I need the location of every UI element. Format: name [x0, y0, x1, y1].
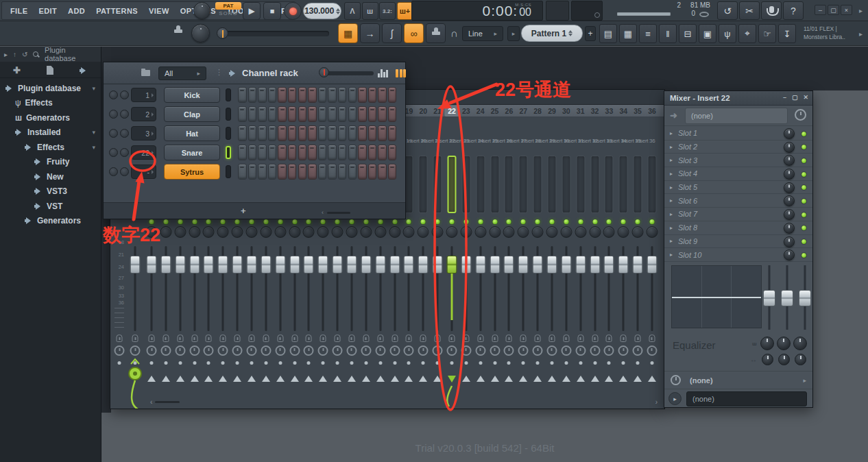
step-button[interactable] [388, 87, 397, 103]
mixer-route-arrow-icon[interactable] [147, 376, 156, 382]
mixer-stereo-icon[interactable] [248, 335, 254, 342]
channel-name-button[interactable]: Clap [164, 106, 220, 122]
mixer-select-dot[interactable] [622, 361, 625, 365]
mixer-stereo-icon[interactable] [335, 335, 341, 342]
mixer-record-arm-icon[interactable] [333, 345, 343, 356]
link-tool-button[interactable]: ∞ [404, 23, 424, 43]
step-button[interactable] [318, 87, 327, 103]
step-button[interactable] [348, 125, 357, 141]
mixer-pan-knob[interactable] [489, 226, 501, 238]
mixer-mute-led[interactable] [521, 219, 526, 224]
step-button[interactable] [278, 164, 287, 180]
mixer-fader-handle[interactable] [561, 256, 571, 273]
mixer-mute-led[interactable] [507, 219, 511, 224]
mixer-route-arrow-icon[interactable] [333, 376, 341, 382]
pat-mode-label[interactable]: PAT [215, 2, 241, 10]
mixer-route-arrow-icon[interactable] [304, 376, 313, 382]
channel-number-box[interactable]: 1 [131, 88, 156, 102]
mixer-fader-handle[interactable] [475, 256, 485, 273]
mixer-route-arrow-icon[interactable] [562, 376, 570, 382]
mixer-stereo-icon[interactable] [592, 335, 598, 342]
mixer-scrollbar-left[interactable]: ‹ [150, 398, 180, 406]
mixer-select-dot[interactable] [364, 361, 367, 365]
mixer-select-dot[interactable] [479, 361, 482, 365]
mixer-fader-handle[interactable] [604, 256, 614, 273]
mixer-mute-led[interactable] [363, 219, 368, 224]
step-button[interactable] [368, 87, 377, 103]
mixer-stereo-icon[interactable] [348, 335, 354, 342]
mixer-record-arm-icon[interactable] [204, 345, 214, 356]
mixer-route-arrow-icon[interactable] [491, 376, 499, 382]
menu-item-file[interactable]: FILE [10, 7, 27, 15]
mixer-mute-led[interactable] [263, 219, 268, 224]
step-grid-tool-button[interactable]: ▦ [338, 23, 358, 43]
mixer-select-dot[interactable] [450, 361, 453, 365]
mixer-fader-handle[interactable] [618, 256, 629, 273]
mixer-stereo-icon[interactable] [620, 335, 627, 342]
mixer-route-arrow-icon[interactable] [519, 376, 527, 382]
mixer-stereo-icon[interactable] [477, 335, 483, 342]
pattern-selector[interactable]: Pattern 1 [521, 25, 583, 42]
step-button[interactable] [268, 125, 277, 141]
mixer-pan-knob[interactable] [403, 226, 415, 238]
mixer-record-arm-icon[interactable] [246, 345, 256, 356]
menu-item-view[interactable]: VIEW [149, 7, 169, 15]
step-button[interactable] [238, 145, 247, 160]
channel-name-button[interactable]: Hat [164, 125, 220, 141]
mixer-fader-handle[interactable] [418, 256, 429, 273]
mixer-stereo-icon[interactable] [117, 335, 123, 342]
mixer-record-arm-icon[interactable] [189, 345, 200, 356]
step-button[interactable] [298, 145, 307, 160]
step-button[interactable] [278, 106, 287, 122]
mixer-stereo-icon[interactable] [548, 335, 555, 342]
mixer-select-dot[interactable] [336, 361, 339, 365]
channel-number-box[interactable]: 2 [131, 107, 156, 121]
mixer-fader-handle[interactable] [289, 256, 300, 273]
mixer-stereo-icon[interactable] [377, 335, 383, 342]
mixer-fader-handle[interactable] [375, 256, 385, 273]
mixer-select-dot[interactable] [422, 361, 425, 365]
mixer-select-dot[interactable] [536, 361, 540, 365]
mixer-pan-knob[interactable] [303, 226, 315, 238]
touch-button[interactable]: ☞ [758, 24, 776, 43]
step-button[interactable] [268, 145, 277, 160]
mixer-mute-led[interactable] [592, 219, 597, 224]
mixer-stereo-icon[interactable] [420, 335, 426, 342]
mixer-pan-knob[interactable] [203, 226, 215, 238]
mixer-fader-handle[interactable] [130, 256, 141, 273]
channel-pan-knob[interactable] [109, 129, 118, 138]
toolbar2-overflow-icon[interactable]: ▸ [859, 30, 863, 38]
slot-enable-led[interactable] [801, 184, 807, 191]
mixer-route-arrow-icon[interactable] [477, 376, 485, 382]
step-button[interactable] [248, 125, 257, 141]
play-button[interactable]: ▶ [243, 2, 261, 20]
add-pattern-button[interactable]: + [585, 26, 596, 41]
mixer-select-dot[interactable] [118, 361, 121, 365]
step-button[interactable] [308, 125, 317, 141]
mixer-pan-knob[interactable] [245, 226, 257, 238]
mixer-stereo-icon[interactable] [220, 335, 226, 342]
output-selector[interactable]: (none) [686, 391, 807, 406]
step-button[interactable] [388, 106, 397, 122]
step-button[interactable] [288, 145, 297, 160]
mixer-pan-knob[interactable] [418, 226, 429, 238]
mixer-record-arm-icon[interactable] [504, 345, 514, 356]
mixer-track-number[interactable]: 28 [531, 106, 545, 117]
browser-tab-plugins-icon[interactable]: ✚ [13, 65, 21, 75]
mixer-stereo-icon[interactable] [177, 335, 183, 342]
mixer-pan-knob[interactable] [503, 226, 515, 238]
mixer-pan-knob[interactable] [332, 226, 343, 238]
mixer-fader-handle[interactable] [389, 256, 400, 273]
mixer-route-arrow-icon[interactable] [204, 376, 213, 382]
input-routing-icon[interactable]: ➜ [670, 110, 677, 121]
step-button[interactable] [288, 87, 297, 103]
mixer-stereo-icon[interactable] [435, 335, 441, 342]
mixer-pan-knob[interactable] [532, 226, 544, 238]
eq-band-high-slider[interactable] [799, 264, 811, 331]
mixer-mute-led[interactable] [235, 219, 240, 224]
mixer-pan-knob[interactable] [518, 226, 529, 238]
step-button[interactable] [368, 164, 377, 180]
mixer-select-dot[interactable] [164, 361, 167, 365]
mixer-stereo-icon[interactable] [492, 335, 498, 342]
mixer-select-dot[interactable] [322, 361, 325, 365]
